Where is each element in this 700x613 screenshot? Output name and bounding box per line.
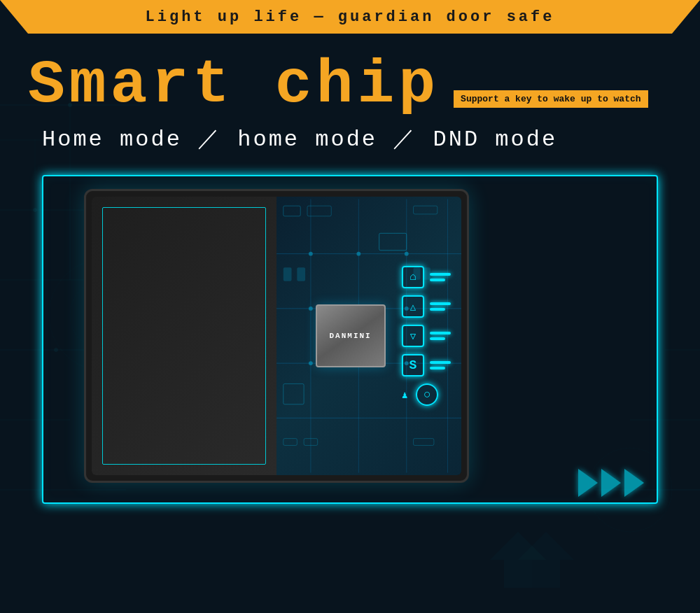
up-arrow-icon: △ — [402, 295, 424, 318]
up-lines — [430, 302, 451, 311]
down-arrow-icon: ▽ — [402, 325, 424, 347]
svg-rect-48 — [284, 383, 304, 404]
svg-point-41 — [405, 252, 409, 256]
cpu-label: DANMINI — [329, 332, 371, 340]
up-arrow-row: △ — [402, 295, 451, 318]
screen-right: DANMINI ⌂ — [276, 197, 461, 475]
cpu-chip: DANMINI — [316, 304, 386, 367]
arrow2 — [601, 469, 621, 497]
svg-rect-29 — [284, 206, 300, 216]
down-lines — [430, 332, 451, 340]
circle-icon: ○ — [416, 383, 438, 406]
arrows-area — [578, 469, 644, 497]
down-arrow-row: ▽ — [402, 325, 451, 347]
line4 — [430, 308, 445, 311]
svg-point-44 — [309, 361, 313, 365]
tablet-inner: DANMINI ⌂ — [92, 197, 461, 475]
settings-icon: S — [402, 354, 424, 376]
arrow1 — [578, 469, 598, 497]
line6 — [430, 337, 445, 340]
line2 — [430, 279, 445, 281]
mode-line: Home mode ／ home mode ／ DND mode — [42, 123, 672, 154]
banner-text: Light up life — guardian door safe — [146, 8, 555, 26]
svg-rect-35 — [284, 267, 292, 281]
screen-left — [92, 197, 276, 475]
svg-rect-36 — [297, 267, 305, 281]
svg-rect-47 — [379, 233, 407, 250]
svg-rect-34 — [414, 439, 434, 446]
svg-point-40 — [356, 252, 360, 256]
svg-rect-32 — [284, 439, 298, 446]
line8 — [430, 367, 445, 369]
line1 — [430, 273, 451, 276]
settings-lines — [430, 361, 451, 369]
line7 — [430, 361, 451, 364]
top-banner: Light up life — guardian door safe — [0, 0, 700, 34]
svg-point-39 — [309, 252, 313, 256]
tablet-device: DANMINI ⌂ — [84, 189, 469, 483]
user-icon: ♟ — [402, 389, 407, 401]
smart-chip-row: Smart chip Support a key to wake up to w… — [28, 55, 672, 116]
svg-point-42 — [309, 306, 313, 311]
arrow3 — [624, 469, 644, 497]
home-icon-row: ⌂ — [402, 266, 451, 288]
svg-rect-31 — [414, 206, 438, 214]
smart-chip-title: Smart chip — [28, 55, 440, 116]
ui-icons: ⌂ △ — [402, 266, 451, 406]
device-area: DANMINI ⌂ — [28, 168, 672, 511]
settings-icon-row: S — [402, 354, 451, 376]
wake-badge: Support a key to wake up to watch — [454, 90, 648, 108]
main-content: Smart chip Support a key to wake up to w… — [0, 34, 700, 613]
line5 — [430, 332, 451, 334]
user-icon-row: ♟ ○ — [402, 383, 451, 406]
home-icon: ⌂ — [402, 266, 424, 288]
home-lines — [430, 273, 451, 281]
line3 — [430, 302, 451, 305]
